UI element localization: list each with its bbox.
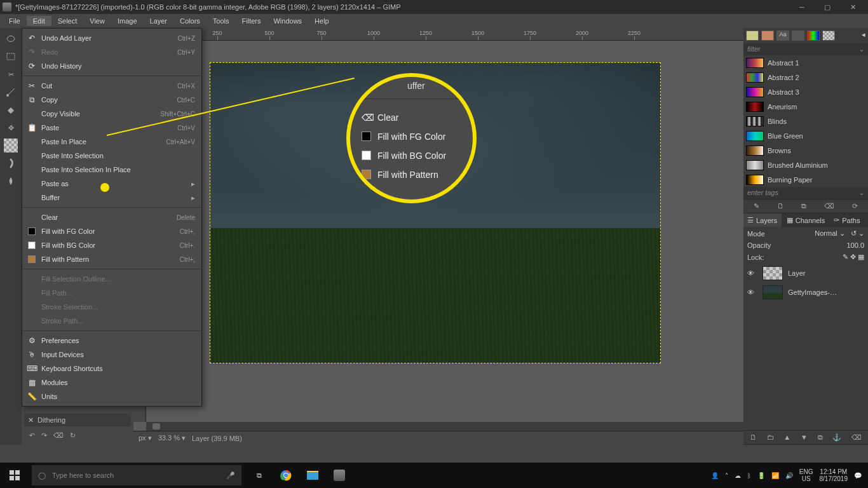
raise-layer-icon[interactable]: ▲	[783, 433, 790, 442]
menuitem-fill-with-fg-color[interactable]: Fill with FG ColorCtrl+,	[22, 224, 201, 238]
bluetooth-icon[interactable]: ᛒ	[747, 472, 751, 479]
menuitem-undo-history[interactable]: ⟳Undo History	[22, 59, 201, 73]
menu-windows[interactable]: Windows	[267, 16, 308, 26]
tab-channels[interactable]: ▦Channels	[783, 214, 829, 227]
volume-icon[interactable]: 🔊	[785, 472, 793, 479]
delete-icon[interactable]: ⌫	[53, 431, 64, 440]
menu-file[interactable]: File	[3, 16, 27, 26]
menuitem-paste-as[interactable]: Paste as▸	[22, 177, 201, 191]
tab-history-icon[interactable]	[792, 30, 804, 41]
visibility-icon[interactable]: 👁	[747, 269, 757, 277]
tool-gradient[interactable]	[4, 139, 18, 152]
layer-list[interactable]: 👁Layer👁GettyImages-…	[743, 264, 868, 302]
tab-brush-icon[interactable]	[822, 30, 835, 41]
menuitem-paste-into-selection[interactable]: Paste Into Selection	[22, 149, 201, 163]
horizontal-scrollbar[interactable]	[146, 422, 743, 431]
menuitem-paste-in-place[interactable]: Paste In PlaceCtrl+Alt+V	[22, 135, 201, 149]
layer-row[interactable]: 👁GettyImages-…	[743, 283, 868, 302]
gradient-row[interactable]: Browns	[743, 143, 868, 158]
menuitem-clear[interactable]: ClearDelete	[22, 210, 201, 224]
menuitem-paste[interactable]: 📋PasteCtrl+V	[22, 121, 201, 135]
menu-tools[interactable]: Tools	[207, 16, 236, 26]
menu-filters[interactable]: Filters	[236, 16, 268, 26]
onedrive-icon[interactable]: ☁	[735, 472, 741, 479]
gradient-row[interactable]: Burning Paper	[743, 172, 868, 187]
menuitem-keyboard-shortcuts[interactable]: ⌨Keyboard Shortcuts	[22, 362, 201, 376]
new-gradient-icon[interactable]: 🗋	[777, 202, 784, 210]
status-zoom[interactable]: 33.3 % ▾	[158, 434, 186, 442]
gradient-row[interactable]: Aneurism	[743, 99, 868, 114]
tab-fonts-icon[interactable]: Aa	[776, 30, 789, 41]
gradient-row[interactable]: Abstract 3	[743, 85, 868, 99]
tab-palette-icon[interactable]	[807, 30, 820, 41]
delete-layer-icon[interactable]: ⌫	[851, 433, 862, 442]
menu-layer[interactable]: Layer	[144, 16, 174, 26]
reset-icon[interactable]: ↻	[70, 431, 76, 440]
visibility-icon[interactable]: 👁	[747, 288, 757, 296]
maximize-button[interactable]: ▢	[815, 0, 840, 14]
menuitem-units[interactable]: 📏Units	[22, 390, 201, 403]
layer-row[interactable]: 👁Layer	[743, 264, 868, 283]
close-button[interactable]: ✕	[840, 0, 865, 14]
menu-colors[interactable]: Colors	[173, 16, 207, 26]
delete-gradient-icon[interactable]: ⌫	[824, 202, 834, 210]
new-layer-icon[interactable]: 🗋	[750, 433, 757, 442]
duplicate-layer-icon[interactable]: ⧉	[818, 433, 823, 442]
tool-free-select[interactable]	[4, 32, 18, 46]
status-unit[interactable]: px ▾	[139, 434, 152, 442]
tray-up-icon[interactable]: ˄	[725, 472, 728, 479]
menu-edit[interactable]: Edit	[27, 16, 51, 26]
app-gimp[interactable]	[328, 465, 351, 485]
gradient-row[interactable]: Brushed Aluminium	[743, 158, 868, 172]
layer-group-icon[interactable]: 🗀	[767, 433, 774, 442]
tool-ink[interactable]	[4, 174, 18, 188]
tab-layers[interactable]: ☰Layers	[743, 214, 782, 227]
battery-icon[interactable]: 🔋	[757, 472, 765, 479]
menuitem-modules[interactable]: ▦Modules	[22, 376, 201, 390]
tags-input[interactable]: enter tags⌄	[743, 187, 868, 199]
anchor-layer-icon[interactable]: ⚓	[832, 433, 841, 442]
close-tab-icon[interactable]: ✕	[28, 416, 34, 424]
menuitem-cut[interactable]: ✂CutCtrl+X	[22, 79, 201, 93]
tool-bucket[interactable]	[4, 103, 18, 117]
menu-select[interactable]: Select	[51, 16, 84, 26]
menuitem-input-devices[interactable]: 🖰Input Devices	[22, 348, 201, 362]
refresh-gradient-icon[interactable]: ⟳	[852, 202, 858, 210]
tray-clock[interactable]: 12:14 PM8/17/2019	[820, 468, 848, 482]
mic-icon[interactable]: 🎤	[226, 471, 235, 480]
menu-view[interactable]: View	[83, 16, 111, 26]
menu-image[interactable]: Image	[111, 16, 144, 26]
gradient-row[interactable]: Abstract 1	[743, 55, 868, 70]
opacity-value[interactable]: 100.0	[846, 241, 864, 249]
tool-move[interactable]: ✥	[4, 121, 18, 135]
menuitem-preferences[interactable]: ⚙Preferences	[22, 334, 201, 348]
gradient-list[interactable]: Abstract 1Abstract 2Abstract 3AneurismBl…	[743, 55, 868, 187]
minimize-button[interactable]: ─	[789, 0, 815, 14]
gradient-row[interactable]: Abstract 2	[743, 70, 868, 85]
gradient-row[interactable]: Blue Green	[743, 128, 868, 143]
tab-patterns-icon[interactable]	[761, 30, 774, 41]
undo-icon[interactable]: ↶	[29, 431, 35, 440]
lower-layer-icon[interactable]: ▼	[801, 433, 808, 442]
start-button[interactable]	[0, 470, 29, 480]
notifications-icon[interactable]: 💬	[854, 472, 862, 479]
menuitem-copy[interactable]: ⧉CopyCtrl+C	[22, 93, 201, 107]
people-icon[interactable]: 👤	[711, 472, 719, 479]
filter-input[interactable]: filter⌄	[743, 43, 868, 55]
tool-smudge[interactable]	[4, 156, 18, 170]
menuitem-fill-with-pattern[interactable]: Fill with PatternCtrl+;	[22, 252, 201, 266]
dock-menu-icon[interactable]: ◂	[862, 30, 865, 41]
gradient-row[interactable]: Blinds	[743, 114, 868, 128]
duplicate-gradient-icon[interactable]: ⧉	[801, 202, 806, 210]
taskbar-search[interactable]: ◯ Type here to search 🎤	[32, 465, 241, 485]
menuitem-paste-into-selection-in-place[interactable]: Paste Into Selection In Place	[22, 163, 201, 177]
edit-gradient-icon[interactable]: ✎	[754, 202, 759, 210]
lock-icons[interactable]: ✎ ✥ ▦	[843, 253, 864, 261]
task-view-icon[interactable]: ⧉	[248, 465, 271, 485]
tab-gradients-icon[interactable]	[746, 30, 759, 41]
wifi-icon[interactable]: 📶	[771, 472, 779, 479]
mode-select[interactable]: Normal ⌄ ↺ ⌄	[815, 229, 864, 238]
tool-measure[interactable]	[4, 85, 18, 99]
tab-paths[interactable]: ✑Paths	[830, 214, 868, 227]
app-chrome[interactable]	[275, 465, 297, 485]
